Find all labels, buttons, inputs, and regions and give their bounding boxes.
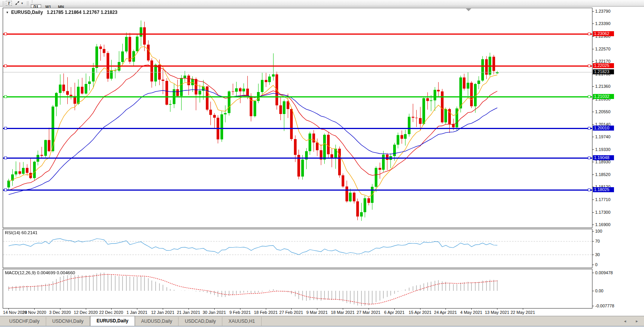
diagonal-arrows-icon (15, 1, 20, 6)
price-tick-mark (592, 200, 594, 200)
main-chart-panel: ▼EURUSD,Daily1.21785 1.21864 1.21767 1.2… (3, 8, 592, 228)
macd-scale-label: -0.007778 (595, 304, 614, 308)
date-tick-mark (497, 309, 497, 310)
date-tick-label: 4 May 2021 (457, 310, 486, 315)
date-tick-label: 9 Feb 2021 (226, 310, 254, 315)
price-tick-mark (592, 225, 594, 225)
price-tick-label: 1.16900 (595, 222, 611, 227)
date-tick-label: 15 Apr 2021 (406, 310, 434, 315)
rsi-chart-canvas[interactable] (3, 229, 592, 268)
tab-scroll-left-button[interactable]: ◄ (623, 320, 627, 323)
date-tick-label: 12 Dec 2020 (72, 310, 100, 315)
chart-ohlc-values: 1.21785 1.21864 1.21767 1.21823 (47, 10, 118, 15)
price-tick-mark (592, 86, 594, 87)
date-tick-mark (394, 309, 395, 310)
price-tick-label: 1.21360 (595, 84, 611, 89)
date-tick-label: 22 Dec 2020 (97, 310, 125, 315)
chart-title: ▼EURUSD,Daily1.21785 1.21864 1.21767 1.2… (6, 10, 117, 15)
price-tick-mark (592, 99, 594, 99)
date-tick-mark (523, 309, 523, 310)
chart-tab-bar: USDCHF,DailyUSDCNH,DailyEURUSD,DailyAUDU… (0, 316, 644, 326)
rsi-indicator-panel: RSI(14) 60.2141 (3, 229, 592, 268)
rsi-label: RSI(14) 60.2141 (5, 230, 37, 235)
date-tick-mark (343, 309, 343, 310)
price-axis[interactable]: 1.237901.233901.229801.225701.221701.217… (592, 0, 644, 316)
date-tick-label: 9 Mar 2021 (303, 310, 331, 315)
price-tick-mark (592, 212, 594, 213)
tab-usdcnh-daily[interactable]: USDCNH,Daily (46, 317, 90, 326)
date-tick-label: 18 Mar 2021 (329, 310, 357, 315)
price-tick-mark (592, 124, 594, 125)
tab-xauusd-h1[interactable]: XAUUSD,H1 (222, 317, 262, 326)
date-tick-label: 22 May 2021 (509, 310, 537, 315)
tab-scroll-right-button[interactable]: ► (635, 320, 639, 323)
date-tick-mark (317, 309, 317, 310)
rsi-scale-label: 100 (595, 229, 602, 233)
text-tool-button[interactable]: T (6, 1, 12, 6)
date-tick-label: 13 May 2021 (483, 310, 511, 315)
rsi-tick-mark (592, 255, 594, 255)
date-tick-label: 3 Dec 2020 (46, 310, 74, 315)
price-tick-mark (592, 174, 594, 175)
chart-dropdown-arrow[interactable]: ▼ (6, 11, 9, 14)
tab-eurusd-daily[interactable]: EURUSD,Daily (90, 316, 135, 326)
price-line-badge: 1.19048 (593, 155, 614, 160)
tab-audusd-daily[interactable]: AUDUSD,Daily (135, 317, 179, 326)
toolbar: T ▼ M1M5M15M30H1H4D1W1MN (0, 0, 644, 7)
chart-tabs: USDCHF,DailyUSDCNH,DailyEURUSD,DailyAUDU… (3, 316, 262, 326)
date-tick-mark (8, 309, 9, 310)
cursor-tool-icon[interactable]: ▼ (13, 1, 25, 6)
price-tick-mark (592, 11, 594, 12)
chart-symbol-period: EURUSD,Daily (11, 10, 43, 15)
price-tick-mark (592, 137, 594, 137)
date-tick-label: 1 Jan 2021 (123, 310, 151, 315)
price-tick-mark (592, 49, 594, 49)
price-line-badge: 1.23062 (593, 31, 614, 36)
price-tick-label: 1.19330 (595, 147, 611, 152)
date-tick-mark (163, 309, 163, 310)
macd-chart-canvas[interactable] (3, 269, 592, 308)
macd-indicator-panel: MACD(12,26,9) 0.004699 0.004660 (3, 269, 592, 309)
date-tick-label: 12 Jan 2021 (148, 310, 177, 315)
dropdown-caret-icon: ▼ (21, 2, 23, 5)
price-tick-label: 1.23390 (595, 21, 611, 26)
price-line-badge: 1.22025 (593, 63, 614, 68)
date-tick-mark (369, 309, 369, 310)
toolbar-group-handle (27, 1, 28, 5)
macd-scale-label: 0.00 (595, 288, 603, 293)
price-line-badge: 1.18025 (593, 187, 614, 192)
rsi-scale-label: 70 (595, 239, 600, 243)
date-tick-mark (111, 309, 112, 310)
price-tick-label: 1.17710 (595, 197, 611, 202)
macd-scale-label: 0.009478 (595, 270, 613, 275)
toolbar-drag-handle (3, 1, 4, 5)
date-tick-mark (266, 309, 266, 310)
price-line-badge: 1.21032 (593, 94, 614, 99)
macd-tick-mark (592, 306, 594, 306)
price-tick-label: 1.22570 (595, 47, 611, 51)
price-chart-canvas[interactable] (3, 8, 592, 228)
date-tick-mark (137, 309, 137, 310)
date-tick-mark (189, 309, 189, 310)
date-tick-mark (86, 309, 86, 310)
tab-usdcad-daily[interactable]: USDCAD,Daily (179, 317, 222, 326)
price-tick-mark (592, 36, 594, 37)
date-tick-label: 24 Apr 2021 (431, 310, 460, 315)
price-tick-label: 1.17300 (595, 210, 611, 215)
date-tick-mark (445, 309, 446, 310)
date-tick-mark (240, 309, 240, 310)
price-tick-mark (592, 162, 594, 162)
toolbar-separator (32, 0, 32, 3)
macd-tick-mark (592, 273, 594, 273)
date-tick-label: 27 Mar 2021 (354, 310, 383, 315)
date-tick-mark (291, 309, 292, 310)
date-tick-mark (60, 309, 60, 310)
date-axis[interactable]: 14 Nov 202024 Nov 20203 Dec 202012 Dec 2… (0, 309, 644, 315)
price-line-badge: 1.20010 (593, 126, 614, 131)
date-tick-label: 21 Jan 2021 (174, 310, 203, 315)
macd-tick-mark (592, 291, 594, 291)
tab-usdchf-daily[interactable]: USDCHF,Daily (3, 317, 46, 326)
rsi-tick-mark (592, 241, 594, 241)
price-tick-label: 1.18520 (595, 172, 611, 177)
date-tick-label: 27 Feb 2021 (277, 310, 305, 315)
